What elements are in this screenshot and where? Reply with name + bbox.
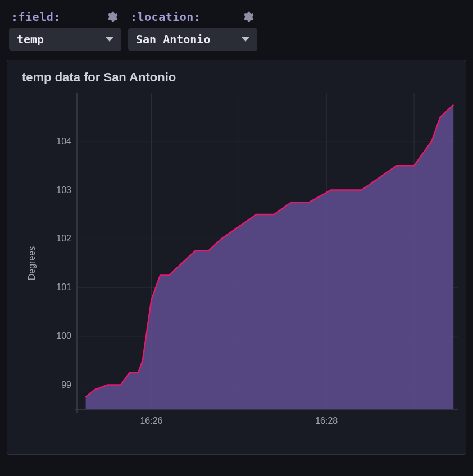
gear-icon[interactable] [106, 11, 118, 23]
variable-toolbar: :field: temp :location: San Antonio [0, 0, 473, 57]
location-name-label: :location: [130, 10, 201, 24]
x-tick-labels: 16:2616:28 [140, 416, 338, 425]
svg-text:100: 100 [56, 331, 71, 341]
chevron-down-icon [242, 37, 249, 42]
svg-text:102: 102 [56, 234, 71, 243]
location-variable: :location: San Antonio [128, 9, 257, 51]
svg-text:103: 103 [56, 185, 71, 195]
chart-area[interactable]: Degrees 99100101102103104 16:2616:28 [17, 89, 456, 437]
line-chart: 99100101102103104 16:2616:28 [43, 89, 460, 432]
y-tick-labels: 99100101102103104 [56, 136, 71, 390]
location-header: :location: [128, 9, 257, 25]
svg-text:16:26: 16:26 [140, 416, 162, 425]
panel-title: temp data for San Antonio [22, 70, 456, 85]
field-variable: :field: temp [9, 9, 121, 51]
chart-panel: temp data for San Antonio Degrees 991001… [7, 60, 466, 455]
gear-icon[interactable] [242, 11, 254, 23]
chevron-down-icon [106, 37, 113, 42]
field-select[interactable]: temp [9, 28, 121, 51]
svg-text:99: 99 [61, 380, 71, 390]
field-select-value: temp [17, 33, 44, 46]
svg-text:101: 101 [56, 282, 71, 292]
svg-text:104: 104 [56, 136, 71, 146]
svg-text:16:28: 16:28 [315, 416, 338, 425]
field-header: :field: [9, 9, 121, 25]
location-select[interactable]: San Antonio [128, 28, 257, 51]
field-name-label: :field: [11, 10, 61, 24]
location-select-value: San Antonio [136, 33, 210, 46]
y-axis-label: Degrees [27, 246, 37, 280]
